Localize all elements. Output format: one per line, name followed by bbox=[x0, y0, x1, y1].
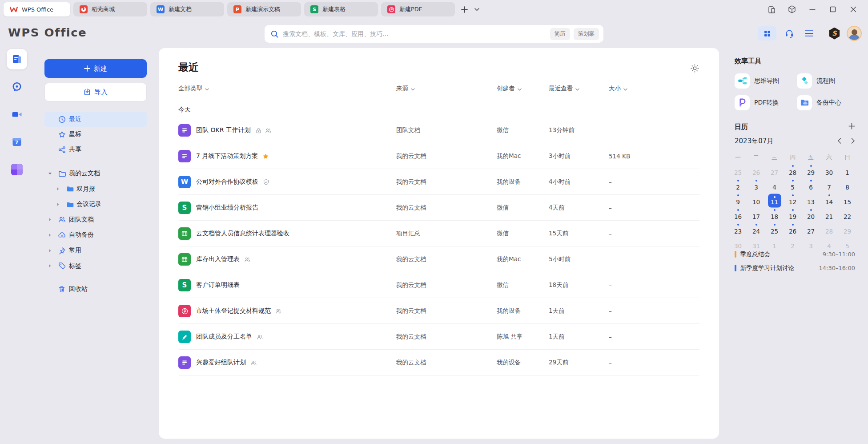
tool-mindmap[interactable]: 思维导图 bbox=[735, 70, 792, 92]
calendar-day[interactable]: 12 bbox=[784, 193, 802, 208]
table-row[interactable]: 团队成员及分工名单我的云文档陈旭 共享1天前– bbox=[159, 324, 719, 350]
main-menu-icon[interactable] bbox=[802, 27, 816, 40]
sidebar-item-clock[interactable]: 最近 bbox=[44, 112, 147, 127]
calendar-day[interactable]: 26 bbox=[784, 222, 802, 237]
table-row[interactable]: 库存出入管理表我的云文档我的Mac5小时前– bbox=[159, 246, 719, 272]
calendar-day[interactable]: 11 bbox=[765, 193, 784, 208]
calendar-day[interactable]: 27 bbox=[802, 222, 820, 237]
caret-right-icon[interactable] bbox=[48, 249, 52, 253]
calendar-next-icon[interactable] bbox=[851, 137, 855, 145]
tool-backup[interactable]: 备份中心 bbox=[797, 92, 855, 113]
calendar-day[interactable]: 3 bbox=[747, 178, 765, 193]
calendar-day[interactable]: 30 bbox=[820, 164, 838, 178]
calendar-day[interactable]: 25 bbox=[729, 164, 747, 178]
list-settings-gear-icon[interactable] bbox=[690, 63, 699, 73]
tool-pdf-convert[interactable]: PDF转换 bbox=[735, 92, 792, 113]
calendar-day[interactable]: 17 bbox=[747, 208, 765, 222]
calendar-day[interactable]: 27 bbox=[765, 164, 784, 178]
calendar-day[interactable]: 8 bbox=[838, 178, 856, 193]
calendar-day[interactable]: 20 bbox=[802, 208, 820, 222]
calendar-day[interactable]: 24 bbox=[747, 222, 765, 237]
sidebar-tree-自动备份[interactable]: 自动备份 bbox=[44, 227, 147, 242]
rail-messages[interactable] bbox=[7, 77, 27, 97]
sidebar-tree-标签[interactable]: 标签 bbox=[44, 258, 147, 274]
filter-col[interactable]: 创建者 bbox=[497, 81, 522, 96]
calendar-day[interactable]: 6 bbox=[802, 178, 820, 193]
calendar-day[interactable]: 18 bbox=[765, 208, 784, 222]
tab-pdf[interactable]: 新建PDF bbox=[381, 2, 455, 16]
calendar-day[interactable]: 21 bbox=[820, 208, 838, 222]
calendar-day[interactable]: 23 bbox=[729, 222, 747, 237]
table-row[interactable]: 兴趣爱好组队计划我的云文档我的设备29天前– bbox=[159, 350, 719, 375]
calendar-day[interactable]: 2 bbox=[729, 178, 747, 193]
caret-down-icon[interactable] bbox=[48, 172, 52, 175]
filter-col[interactable]: 最近查看 bbox=[549, 81, 579, 96]
table-row[interactable]: 云文档管人员信息统计表理器验收项目汇总微信15天前– bbox=[159, 221, 719, 246]
sidebar-item-star[interactable]: 星标 bbox=[44, 127, 147, 142]
apps-grid-icon[interactable] bbox=[758, 26, 776, 40]
calendar-prev-icon[interactable] bbox=[837, 137, 841, 145]
sidebar-tree-双月报[interactable]: 双月报 bbox=[44, 182, 147, 197]
calendar-day[interactable]: 22 bbox=[838, 208, 856, 222]
calendar-day[interactable]: 15 bbox=[838, 193, 856, 208]
calendar-day[interactable]: 13 bbox=[802, 193, 820, 208]
table-row[interactable]: S客户订单明细表我的云文档微信18天前– bbox=[159, 272, 719, 298]
sidebar-tree-团队文档[interactable]: 团队文档 bbox=[44, 212, 147, 227]
sidebar-item-trash[interactable]: 回收站 bbox=[44, 282, 147, 297]
import-button[interactable]: 导入 bbox=[44, 83, 147, 101]
rail-documents[interactable] bbox=[7, 49, 27, 69]
rail-calendar[interactable]: 7 bbox=[7, 132, 27, 152]
support-headset-icon[interactable] bbox=[783, 27, 796, 40]
calendar-day[interactable]: 28 bbox=[820, 222, 838, 237]
sidebar-tree-我的云文档[interactable]: 我的云文档 bbox=[44, 166, 147, 181]
calendar-day[interactable]: 16 bbox=[729, 208, 747, 222]
caret-right-icon[interactable] bbox=[48, 264, 52, 268]
calendar-day[interactable]: 29 bbox=[802, 164, 820, 178]
calendar-day[interactable]: 29 bbox=[838, 222, 856, 237]
svip-badge-icon[interactable]: S bbox=[828, 28, 840, 40]
caret-right-icon[interactable] bbox=[48, 233, 52, 237]
sidebar-item-share[interactable]: 共享 bbox=[44, 142, 147, 157]
calendar-day[interactable]: 1 bbox=[838, 164, 856, 178]
user-avatar[interactable] bbox=[847, 26, 862, 41]
workspace-box-icon[interactable] bbox=[784, 3, 800, 16]
caret-right-icon[interactable] bbox=[48, 218, 52, 222]
calendar-day[interactable]: 4 bbox=[765, 178, 784, 193]
rail-apps[interactable] bbox=[7, 159, 27, 180]
mobile-sync-icon[interactable] bbox=[763, 3, 780, 16]
sidebar-tree-常用[interactable]: 常用 bbox=[44, 243, 147, 258]
table-row[interactable]: 7 月线下活动策划方案我的云文档我的Mac3小时前514 KB bbox=[159, 143, 719, 169]
table-row[interactable]: 团队 OKR 工作计划团队文档微信13分钟前– bbox=[159, 117, 719, 143]
calendar-day[interactable]: 25 bbox=[765, 222, 784, 237]
sidebar-tree-会议记录[interactable]: 会议记录 bbox=[44, 197, 147, 212]
filter-type[interactable]: 全部类型 bbox=[178, 81, 209, 96]
search-hot-tag[interactable]: 策划案 bbox=[574, 28, 599, 40]
calendar-event[interactable]: 季度总结会9:30–11:00 bbox=[735, 247, 855, 261]
calendar-day[interactable]: 5 bbox=[784, 178, 802, 193]
calendar-day[interactable]: 26 bbox=[747, 164, 765, 178]
new-document-button[interactable]: 新建 bbox=[44, 59, 147, 78]
rail-meeting[interactable] bbox=[7, 104, 27, 125]
global-search[interactable]: 简历策划案 bbox=[265, 25, 603, 43]
calendar-day[interactable]: 19 bbox=[784, 208, 802, 222]
calendar-day[interactable]: 14 bbox=[820, 193, 838, 208]
table-row[interactable]: S营销小组业绩分析报告我的云文档微信4天前– bbox=[159, 195, 719, 221]
caret-right-icon[interactable] bbox=[56, 202, 60, 206]
search-input[interactable] bbox=[283, 30, 550, 37]
filter-col[interactable]: 大小 bbox=[609, 81, 627, 96]
table-row[interactable]: 市场主体登记提交材料规范我的云文档我的设备1天前– bbox=[159, 298, 719, 324]
tab-list-dropdown-icon[interactable] bbox=[470, 3, 483, 16]
tab-wps[interactable]: WPS Office bbox=[4, 2, 70, 16]
calendar-day[interactable]: 9 bbox=[729, 193, 747, 208]
calendar-event[interactable]: 新季度学习计划讨论14:30–16:00 bbox=[735, 261, 855, 275]
table-row[interactable]: W公司对外合作协议模板我的云文档我的设备4小时前– bbox=[159, 169, 719, 195]
tab-writer[interactable]: W新建文档 bbox=[150, 2, 224, 16]
filter-col[interactable]: 来源 bbox=[396, 81, 415, 96]
maximize-button[interactable] bbox=[824, 3, 841, 16]
search-hot-tag[interactable]: 简历 bbox=[550, 28, 570, 40]
calendar-day[interactable]: 7 bbox=[820, 178, 838, 193]
tab-sheet[interactable]: S新建表格 bbox=[304, 2, 378, 16]
minimize-button[interactable] bbox=[804, 3, 821, 16]
tab-ppt[interactable]: P新建演示文稿 bbox=[227, 2, 301, 16]
caret-right-icon[interactable] bbox=[56, 187, 60, 191]
